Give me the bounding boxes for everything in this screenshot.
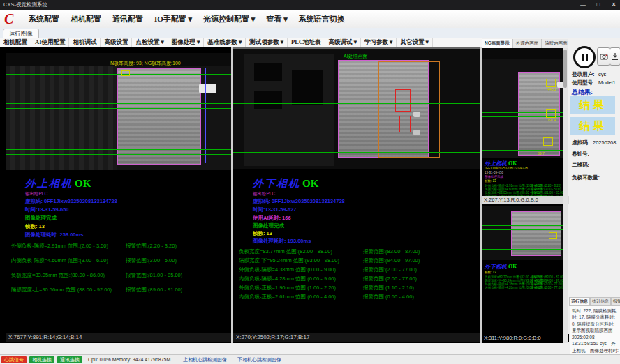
result-ok: OK — [508, 264, 517, 270]
tool-learning-params[interactable]: 学习参数 ▾ — [361, 38, 397, 47]
camera-capture-button[interactable] — [597, 47, 610, 66]
pixel-coordinate-bar: X:311;Y:980;R:0;G:0;B:0 — [482, 334, 570, 342]
measure-line — [482, 225, 568, 226]
measurement-row: 隔膜宽度-上=90.56mm 范围:(88.00 - 92.00) 报警范围:(… — [11, 287, 230, 293]
measure-line — [233, 98, 480, 98]
done-line: 图像处理完成 — [485, 175, 503, 179]
camera-panel-outer-lower: AI处理画面 外下相机OK 输出给PLC 虚拟码: 0FF1Jixw202502… — [233, 47, 480, 342]
qr-code-label: 二维码: — [572, 162, 589, 169]
save-export-button[interactable] — [610, 47, 620, 66]
machine-background — [6, 53, 117, 170]
tool-advanced-debug[interactable]: 高级调试 ▾ — [325, 38, 361, 47]
cpu-memory-status: Cpu: 0.0% Memory: 3424.41796875M — [88, 356, 170, 363]
time-line: 时间:13-31-59-650 — [25, 206, 69, 213]
tool-camera-debug[interactable]: 相机调试 — [69, 38, 101, 47]
camera-status-badge: 相机连接 — [29, 356, 54, 363]
minimize-icon[interactable]: — — [579, 0, 587, 10]
yellow-marker — [546, 109, 556, 118]
camera-image-outer-lower[interactable]: AI处理画面 — [233, 47, 480, 169]
measurement-value: 负极宽度=83.05mm 范围:(80.00 - 86.00) — [11, 272, 105, 279]
yellow-marker — [543, 137, 553, 146]
measure-line — [482, 146, 568, 146]
tick-label: 191.4 — [547, 118, 556, 122]
measurement-row: 负极宽度=83.05mm 范围:(80.00 - 86.00) 报警范围:(81… — [11, 272, 230, 278]
menu-language-switch[interactable]: 系统语言切换 — [294, 13, 350, 26]
tool-camera-config[interactable]: 相机配置 — [0, 38, 31, 47]
pause-icon — [582, 54, 584, 61]
measurement-value: 外侧负极-隔膜=4.38mm 范围:(0.00 - 9.00) — [239, 266, 336, 273]
menu-view[interactable]: 查看 ▾ — [261, 13, 292, 26]
camera-name: 外下相机 — [253, 178, 300, 189]
negative-tab-count-label: 负极耳数量: — [572, 174, 600, 181]
alarm-range: 报警范围:(83.00 - 87.00) — [363, 248, 420, 255]
measurement-value: 内侧负极-隔膜=4.60mm 范围:(3.00 - 6.00) — [11, 257, 108, 264]
frames-line: 帧数: 13 — [253, 230, 272, 237]
tool-test-params[interactable]: 测试项参数 ▾ — [246, 38, 288, 47]
frames-line: 帧数: 13 — [25, 223, 45, 230]
tool-spot-check[interactable]: 点检设置 ▾ — [132, 38, 168, 47]
barcode-line: 虚拟码: 0FF1Jixw20250208133134728 — [253, 198, 345, 205]
plc-note: 输出给PLC — [253, 191, 275, 197]
yellow-marker — [546, 79, 556, 87]
tool-plc-address[interactable]: PLC地址表 — [288, 38, 325, 47]
ng-image-lower[interactable] — [482, 206, 568, 260]
pause-button[interactable] — [573, 46, 596, 68]
tab-glue-view[interactable]: 涂胶内画面 — [542, 39, 571, 48]
heartbeat-status-badge: 心跳信号 — [1, 356, 27, 363]
login-user-value: cys — [598, 71, 606, 77]
menu-io-config[interactable]: IO手配置 ▾ — [149, 13, 197, 26]
menu-system-config[interactable]: 系统配置 — [24, 13, 64, 26]
window-title: CYS-视觉检测系统 — [3, 0, 47, 10]
tab-outer-view[interactable]: 外观内画面 — [513, 39, 542, 48]
scene-top-band — [482, 48, 568, 59]
measure-line — [233, 103, 480, 104]
frames-line: 帧数: 13 — [485, 179, 496, 183]
right-sidebar: 登录用户: cys 使用型号: Model1 总结果: 结果 结果 虚拟码: 2… — [569, 38, 620, 354]
tab-run-image[interactable]: 运行图像 — [3, 29, 39, 38]
done-line: 图像处理完成 — [25, 215, 57, 222]
tick-label: 446.2 — [547, 87, 556, 91]
alarm-range: 报警范围:(2.00 - 77.00) — [363, 266, 417, 273]
camera-name: 外下相机 — [485, 264, 507, 270]
measure-line — [482, 249, 568, 250]
measure-line — [482, 229, 568, 230]
camera-image-outer-upper[interactable]: N极耳高度: 93; NG极耳高度:100 — [6, 53, 231, 170]
tool-baseline-params[interactable]: 基准线参数 ▾ — [204, 38, 246, 47]
window-titlebar: CYS-视觉检测系统 — □ ✕ — [0, 0, 620, 10]
machine-slot — [254, 63, 282, 81]
tool-advanced-settings[interactable]: 高级设置 — [101, 38, 132, 47]
close-icon[interactable]: ✕ — [610, 0, 618, 10]
measurement-row: 外侧负极-隔膜=4.38mm 范围:(0.00 - 9.00) 报警范围:(2.… — [239, 266, 479, 273]
alarm-range: 报警范围:(2.00 - 77.00) — [531, 286, 563, 289]
maximize-icon[interactable]: □ — [594, 0, 603, 10]
machine-slot — [254, 91, 282, 109]
scrollbar-thumb[interactable] — [563, 50, 567, 88]
menu-bar: C 系统配置 相机配置 通讯配置 IO手配置 ▾ 光源控制配置 ▾ 查看 ▾ 系… — [0, 10, 620, 29]
lower-camera-heartbeat-hint: 下相机心跳检测图像 — [237, 356, 281, 363]
ng-scrollbar[interactable] — [563, 48, 568, 343]
measure-line — [6, 149, 231, 150]
camera-icon — [600, 52, 608, 61]
tab-ng-view[interactable]: NG画面显示 — [482, 39, 513, 48]
menu-light-config[interactable]: 光源控制配置 ▾ — [198, 13, 260, 26]
tool-image-processing[interactable]: 图像处理 ▾ — [168, 38, 204, 47]
tool-ai-config[interactable]: AI使用配置 — [31, 38, 69, 47]
measure-line — [6, 154, 231, 155]
elapsed-line: 图像处理耗时: 258.00ms — [25, 232, 83, 238]
menu-camera-config[interactable]: 相机配置 — [66, 13, 106, 26]
run-info-log[interactable]: 耗时: 222, 隔膜检测耗时: 17, 隔膜分离耗时: 0, 隔膜提取分区耗时… — [570, 305, 620, 357]
measurement-value: 隔膜宽度-上=90.56mm 范围:(88.00 - 92.00) — [11, 287, 112, 294]
measure-line — [482, 150, 568, 151]
measurement-row: 内侧负极-隔膜=4.28mm 范围:(0.00 - 9.00) 报警范围:(2.… — [485, 286, 568, 290]
frames-line: 帧数: 13 — [485, 271, 496, 274]
download-arrow-icon — [612, 52, 619, 61]
time-line: 时间:13-31-59-627 — [253, 206, 297, 213]
measurement-value: 内侧负极-隔膜=4.28mm 范围:(0.00 - 9.00) — [239, 275, 336, 282]
panel-title: 外上相机OK — [25, 177, 91, 190]
menu-comm-config[interactable]: 通讯配置 — [108, 13, 148, 26]
tool-other-settings[interactable]: 其它设置 ▾ — [397, 38, 432, 47]
ng-image-upper[interactable]: 446.2 191.4 89.7 — [482, 48, 568, 158]
ng-panel-upper: 446.2 191.4 89.7 外上相机 OK 0FF1Jixw2025020… — [482, 48, 568, 196]
measure-line — [6, 108, 231, 109]
status-bar: 心跳信号 相机连接 通讯连接 Cpu: 0.0% Memory: 3424.41… — [0, 354, 620, 364]
